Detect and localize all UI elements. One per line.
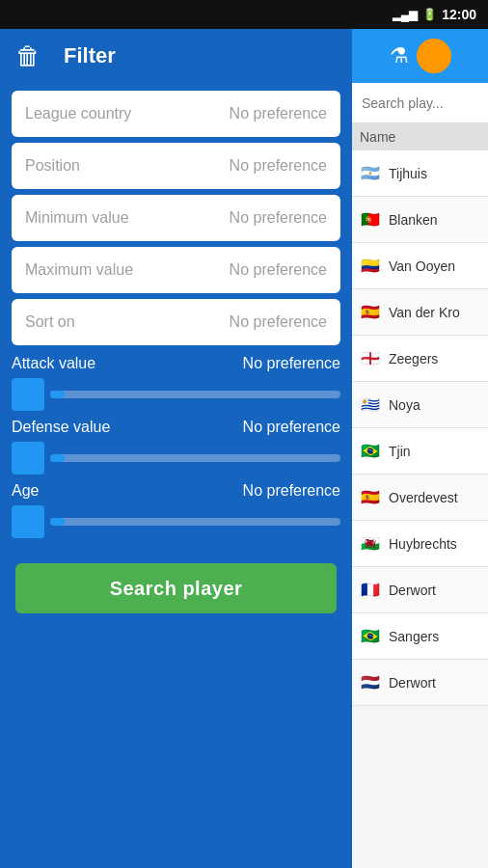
attack-value-section: Attack value No preference xyxy=(12,355,340,411)
min-value-row[interactable]: Minimum value No preference xyxy=(12,195,340,241)
league-country-value: No preference xyxy=(230,105,327,122)
age-value: No preference xyxy=(243,482,340,500)
funnel-icon[interactable]: ⚗ xyxy=(390,43,409,68)
attack-value-thumb[interactable] xyxy=(12,378,44,411)
age-header: Age No preference xyxy=(12,482,340,500)
player-item[interactable]: 🇨🇴Van Ooyen xyxy=(352,243,488,289)
age-track[interactable] xyxy=(50,518,340,526)
flag-icon: 🇫🇷 xyxy=(358,582,383,599)
flag-icon: 🇦🇷 xyxy=(358,165,383,182)
status-icons: ▂▄▆ 🔋 12:00 xyxy=(393,7,476,22)
signal-icon: ▂▄▆ xyxy=(393,8,419,21)
flag-icon: 🏴󠁧󠁢󠁷󠁬󠁳󠁿 xyxy=(358,535,383,553)
min-value-value: No preference xyxy=(230,209,327,227)
defense-value-thumb[interactable] xyxy=(12,442,44,475)
battery-icon: 🔋 xyxy=(422,8,437,21)
status-time: 12:00 xyxy=(442,7,476,22)
player-search-bar[interactable] xyxy=(352,83,488,123)
age-section: Age No preference xyxy=(12,482,340,538)
max-value-value: No preference xyxy=(230,261,327,279)
avatar xyxy=(417,39,451,73)
flag-icon: 🇧🇷 xyxy=(358,628,383,645)
flag-icon: 🏴󠁧󠁢󠁥󠁮󠁧󠁿 xyxy=(358,350,383,367)
slider-sections: Attack value No preference Defense value… xyxy=(0,345,352,544)
status-bar: ▂▄▆ 🔋 12:00 xyxy=(0,0,488,29)
player-item[interactable]: 🇧🇷Tjin xyxy=(352,428,488,475)
position-row[interactable]: Position No preference xyxy=(12,143,340,189)
sort-on-value: No preference xyxy=(230,313,327,331)
flag-icon: 🇧🇷 xyxy=(358,443,383,460)
filter-title: Filter xyxy=(64,43,116,68)
min-value-label: Minimum value xyxy=(25,209,230,227)
age-track-container xyxy=(12,505,340,538)
flag-icon: 🇺🇾 xyxy=(358,396,383,414)
league-country-row[interactable]: League country No preference xyxy=(12,91,340,137)
player-item[interactable]: 🇪🇸Van der Kro xyxy=(352,289,488,336)
player-item[interactable]: 🏴󠁧󠁢󠁥󠁮󠁧󠁿Zeegers xyxy=(352,336,488,382)
flag-icon: 🇳🇱 xyxy=(358,674,383,692)
defense-value-track[interactable] xyxy=(50,454,340,462)
player-header: ⚗ xyxy=(352,29,488,83)
flag-icon: 🇵🇹 xyxy=(358,211,383,229)
attack-value-track-container xyxy=(12,378,340,411)
age-fill xyxy=(50,518,65,526)
position-label: Position xyxy=(25,157,230,175)
player-name: Tijhuis xyxy=(389,166,427,181)
player-item[interactable]: 🇳🇱Derwort xyxy=(352,660,488,706)
player-item[interactable]: 🇪🇸Overdevest xyxy=(352,475,488,521)
search-player-input[interactable] xyxy=(362,95,478,111)
player-name: Tjin xyxy=(389,444,411,459)
sort-on-row[interactable]: Sort on No preference xyxy=(12,299,340,345)
max-value-row[interactable]: Maximum value No preference xyxy=(12,247,340,293)
player-panel: ⚗ Name 🇦🇷Tijhuis🇵🇹Blanken🇨🇴Van Ooyen🇪🇸Va… xyxy=(352,29,488,868)
search-player-button[interactable]: Search player xyxy=(15,563,337,613)
defense-value-header: Defense value No preference xyxy=(12,419,340,436)
position-value: No preference xyxy=(230,157,327,175)
defense-value-value: No preference xyxy=(243,419,340,436)
max-value-label: Maximum value xyxy=(25,261,230,279)
player-item[interactable]: 🇦🇷Tijhuis xyxy=(352,150,488,197)
flag-icon: 🇨🇴 xyxy=(358,258,383,275)
player-item[interactable]: 🇺🇾Noya xyxy=(352,382,488,428)
attack-value-label: Attack value xyxy=(12,355,95,372)
defense-value-fill xyxy=(50,454,65,462)
player-item[interactable]: 🇧🇷Sangers xyxy=(352,613,488,660)
player-name: Zeegers xyxy=(389,351,438,366)
flag-icon: 🇪🇸 xyxy=(358,489,383,506)
age-label: Age xyxy=(12,482,39,500)
defense-value-track-container xyxy=(12,442,340,475)
attack-value-track[interactable] xyxy=(50,391,340,398)
player-name: Overdevest xyxy=(389,490,458,505)
attack-value-value: No preference xyxy=(243,355,340,372)
search-btn-container: Search player xyxy=(0,544,352,613)
player-item[interactable]: 🏴󠁧󠁢󠁷󠁬󠁳󠁿Huybrechts xyxy=(352,521,488,567)
player-name: Noya xyxy=(389,397,420,413)
attack-value-header: Attack value No preference xyxy=(12,355,340,372)
player-name: Van Ooyen xyxy=(389,258,455,274)
league-country-label: League country xyxy=(25,105,230,122)
age-thumb[interactable] xyxy=(12,505,44,538)
defense-value-section: Defense value No preference xyxy=(12,419,340,475)
app-container: 🗑 Filter League country No preference Po… xyxy=(0,29,488,868)
player-name: Blanken xyxy=(389,212,438,228)
filter-rows: League country No preference Position No… xyxy=(0,83,352,345)
flag-icon: 🇪🇸 xyxy=(358,304,383,321)
defense-value-label: Defense value xyxy=(12,419,110,436)
player-name: Derwort xyxy=(389,675,436,691)
attack-value-fill xyxy=(50,391,65,398)
filter-header: 🗑 Filter xyxy=(0,29,352,83)
filter-panel: 🗑 Filter League country No preference Po… xyxy=(0,29,352,868)
player-item[interactable]: 🇫🇷Derwort xyxy=(352,567,488,613)
player-item[interactable]: 🇵🇹Blanken xyxy=(352,197,488,243)
player-name: Derwort xyxy=(389,583,436,598)
player-col-name-label: Name xyxy=(360,129,395,145)
player-list: 🇦🇷Tijhuis🇵🇹Blanken🇨🇴Van Ooyen🇪🇸Van der K… xyxy=(352,150,488,868)
player-name: Sangers xyxy=(389,629,439,644)
sort-on-label: Sort on xyxy=(25,313,230,331)
player-col-header: Name xyxy=(352,123,488,150)
player-name: Huybrechts xyxy=(389,536,457,552)
trash-icon[interactable]: 🗑 xyxy=(15,41,41,71)
player-name: Van der Kro xyxy=(389,305,460,320)
